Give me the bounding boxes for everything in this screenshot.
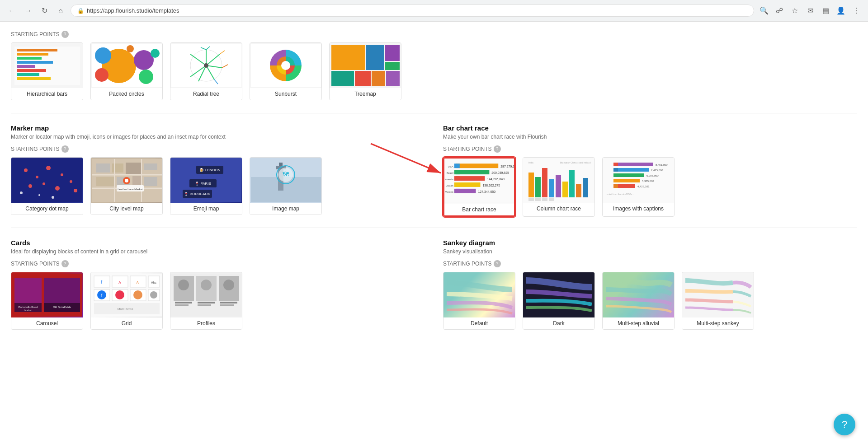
cards-section-desc: Ideal for displaying blocks of content i…: [11, 248, 425, 255]
thumb-profiles: [170, 272, 242, 317]
forward-button[interactable]: →: [22, 5, 34, 17]
search-icon[interactable]: 🔍: [758, 5, 770, 17]
card-bar-chart-race[interactable]: 287,279,640 200,039,825 144,205,040 138,…: [443, 157, 515, 217]
svg-rect-34: [331, 45, 365, 70]
card-images-with-captions[interactable]: 8,451,000 7,425,000 6,285,000 5,385,000: [602, 157, 675, 217]
svg-point-69: [125, 179, 128, 182]
svg-rect-113: [556, 175, 561, 197]
marker-map-cards-row: Category dot map: [11, 157, 425, 215]
card-packed-circles[interactable]: Packed circles: [90, 42, 163, 100]
svg-text:6,285,000: 6,285,000: [646, 174, 659, 177]
help-circle-cards[interactable]: ?: [61, 260, 69, 267]
card-profiles[interactable]: Profiles: [170, 272, 242, 330]
svg-rect-110: [535, 177, 541, 197]
card-label-hierarchical-bars: Hierarchical bars: [11, 88, 83, 100]
svg-rect-180: [198, 302, 215, 303]
svg-rect-135: [613, 179, 618, 182]
card-sankey-multistep[interactable]: Multi-step sankey: [682, 272, 754, 330]
svg-rect-91: [456, 170, 490, 174]
help-circle-sankey[interactable]: ?: [494, 260, 501, 267]
card-sunburst[interactable]: Sunburst: [250, 42, 322, 100]
svg-point-15: [151, 49, 160, 58]
svg-point-43: [24, 168, 28, 172]
help-circle-bar-chart-race[interactable]: ?: [494, 145, 501, 153]
svg-rect-118: [528, 198, 534, 201]
svg-rect-83: [279, 163, 283, 166]
bookmark-star-icon[interactable]: ☆: [788, 5, 801, 17]
svg-text:Market: Market: [24, 309, 32, 312]
help-circle-marker-map[interactable]: ?: [61, 145, 69, 153]
svg-text:f: f: [101, 280, 102, 285]
svg-point-53: [52, 196, 54, 199]
svg-rect-3: [17, 57, 42, 60]
thumb-images-with-captions: 8,451,000 7,425,000 6,285,000 5,385,000: [603, 158, 674, 203]
svg-rect-94: [456, 176, 485, 181]
svg-rect-89: [454, 163, 460, 168]
card-city-level-map[interactable]: Leather Lane Market City level map: [90, 157, 163, 215]
bar-chart-race-cards-container: 287,279,640 200,039,825 144,205,040 138,…: [443, 157, 857, 217]
profile-icon[interactable]: 👤: [835, 5, 847, 17]
svg-text:5,385,000: 5,385,000: [642, 180, 654, 182]
svg-point-44: [36, 176, 38, 178]
help-circle-top[interactable]: ?: [61, 31, 69, 38]
svg-text:Portobello Road: Portobello Road: [18, 306, 38, 308]
svg-point-45: [46, 166, 51, 170]
card-label-sankey-alluvial: Multi-step alluvial: [603, 317, 674, 329]
svg-point-166: [133, 290, 142, 299]
address-bar[interactable]: 🔒 https://app.flourish.studio/templates: [71, 5, 754, 17]
card-treemap[interactable]: Treemap: [329, 42, 401, 100]
svg-rect-95: [454, 176, 460, 181]
svg-text:India: India: [528, 161, 533, 164]
thumb-hierarchical-bars: [11, 43, 83, 88]
card-emoji-map[interactable]: 🍺 LONDON 🍷 PARIS 🍷 BORDEAUX Emoji map: [170, 157, 242, 215]
card-carousel[interactable]: Portobello Road Market Old Spitalfields …: [11, 272, 83, 330]
card-column-chart-race[interactable]: India But watch China ● and India ●! Col…: [523, 157, 595, 217]
help-fab-button[interactable]: ?: [834, 414, 855, 435]
svg-rect-119: [535, 198, 541, 201]
svg-text:138,262,275: 138,262,275: [482, 183, 500, 187]
card-label-image-map: Image map: [250, 203, 321, 215]
card-hierarchical-bars[interactable]: Hierarchical bars: [11, 42, 83, 100]
card-sankey-dark[interactable]: Dark: [523, 272, 595, 330]
translate-icon[interactable]: ☍: [773, 5, 786, 17]
svg-point-164: [115, 290, 124, 299]
card-label-packed-circles: Packed circles: [91, 88, 162, 100]
extensions-icon[interactable]: ▤: [819, 5, 832, 17]
svg-text:rocket from the mid-1950s...: rocket from the mid-1950s...: [606, 193, 634, 196]
home-button[interactable]: ⌂: [54, 5, 67, 17]
svg-rect-8: [17, 77, 51, 80]
svg-text:USA: USA: [448, 165, 453, 168]
menu-icon[interactable]: ⋮: [850, 5, 863, 17]
card-radial-tree[interactable]: Radial tree: [170, 42, 242, 100]
back-button[interactable]: ←: [5, 5, 18, 17]
bookmark-icon[interactable]: ✉: [804, 5, 816, 17]
thumb-image-map: 🗺: [250, 158, 321, 203]
starting-points-label: STARTING POINTS ?: [11, 31, 857, 38]
card-label-emoji-map: Emoji map: [170, 203, 242, 215]
svg-point-173: [178, 280, 189, 290]
card-label-bar-chart-race: Bar chart race: [444, 204, 514, 215]
card-category-dot-map[interactable]: Category dot map: [11, 157, 83, 215]
thumb-sunburst: [250, 43, 321, 88]
card-sankey-alluvial[interactable]: Multi-step alluvial: [602, 272, 675, 330]
card-label-carousel: Carousel: [11, 317, 83, 329]
svg-rect-57: [112, 163, 123, 173]
card-sankey-default[interactable]: Default: [443, 272, 515, 330]
thumb-sankey-default: [443, 272, 515, 317]
svg-point-175: [201, 280, 212, 290]
svg-point-52: [38, 194, 40, 196]
svg-rect-181: [198, 304, 211, 306]
thumb-treemap: [330, 43, 401, 88]
card-grid[interactable]: f A Al Abc f: [90, 272, 163, 330]
svg-point-16: [127, 45, 134, 52]
card-image-map[interactable]: 🗺 Image map: [250, 157, 322, 215]
svg-rect-182: [220, 302, 237, 303]
svg-rect-39: [355, 71, 371, 86]
bar-chart-race-cards-row: 287,279,640 200,039,825 144,205,040 138,…: [443, 157, 857, 217]
refresh-button[interactable]: ↻: [38, 5, 51, 17]
card-label-radial-tree: Radial tree: [170, 88, 242, 100]
svg-text:Indonesia: Indonesia: [444, 178, 454, 181]
card-label-profiles: Profiles: [170, 317, 242, 329]
svg-point-48: [42, 182, 45, 185]
svg-rect-5: [17, 65, 35, 68]
